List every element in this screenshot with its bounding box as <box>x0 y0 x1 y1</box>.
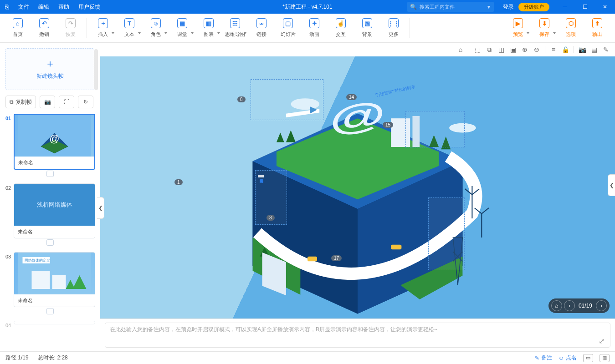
tool-redo[interactable]: ↷恢复 <box>57 14 84 42</box>
copy-frame-button[interactable]: ⧉复制帧 <box>5 96 36 108</box>
canvas-area: ⌂ ⬚ ⧉ ◫ ▣ ⊕ ⊖ ≡ 🔒 📷 ▤ ✎ <box>100 43 615 351</box>
marker[interactable]: 1 <box>174 179 183 185</box>
canvas-home-icon[interactable]: ⌂ <box>455 44 466 55</box>
tool-home[interactable]: ⌂首页 <box>5 14 31 42</box>
tool-more[interactable]: ⋮⋮更多 <box>380 14 407 42</box>
search-box[interactable]: 🔍 ▼ <box>407 2 494 12</box>
status-duration: 总时长: 2:28 <box>38 354 68 362</box>
lock-icon[interactable]: 🔒 <box>560 44 571 55</box>
tool-undo[interactable]: ↶撤销 <box>31 14 57 42</box>
window-title: *新建工程 - v4.7.101 <box>282 3 332 11</box>
timer-icon <box>46 171 54 177</box>
align-icon[interactable]: ≡ <box>548 44 559 55</box>
tool-preview[interactable]: ▶预览 <box>505 14 531 42</box>
search-input[interactable] <box>420 4 484 10</box>
canvas-paste-icon[interactable]: ▣ <box>507 44 518 55</box>
marker[interactable]: 8 <box>237 96 246 102</box>
snapshot-icon[interactable]: 📷 <box>577 44 588 55</box>
refresh-button[interactable]: ↻ <box>78 96 93 108</box>
layers-icon[interactable]: ▤ <box>589 44 600 55</box>
status-grid-icon[interactable]: ▥ <box>600 354 610 362</box>
menu-feedback[interactable]: 用户反馈 <box>74 0 105 14</box>
zoom-out-icon[interactable]: ⊖ <box>531 44 542 55</box>
thumb-03[interactable]: 03 网络媒体的定义 未命名 <box>5 252 95 316</box>
sidebar-collapse[interactable]: ❮ <box>97 197 104 219</box>
window-maximize[interactable]: ☐ <box>575 0 595 14</box>
window-close[interactable]: ✕ <box>595 0 615 14</box>
zoom-in-icon[interactable]: ⊕ <box>519 44 530 55</box>
frame-nav: ⌂ ‹ 01/19 › <box>548 298 610 313</box>
selection-box[interactable] <box>251 79 323 120</box>
tool-text[interactable]: T文本 <box>116 14 143 42</box>
canvas-fit-icon[interactable]: ⬚ <box>472 44 483 55</box>
tool-save[interactable]: ⬇保存 <box>531 14 558 42</box>
svg-line-40 <box>482 208 489 214</box>
tool-export[interactable]: ⬆输出 <box>584 14 610 42</box>
marker[interactable]: 3 <box>266 215 275 221</box>
svg-marker-25 <box>277 133 284 142</box>
tool-insert[interactable]: ＋插入 <box>90 14 116 42</box>
canvas-copy-icon[interactable]: ⧉ <box>484 44 495 55</box>
statusbar: 路径 1/19 总时长: 2:28 ✎备注 ☺点名 ▭ ▥ <box>0 351 615 364</box>
tool-slide[interactable]: ▢幻灯片 <box>275 14 301 42</box>
selection-box[interactable] <box>428 197 465 270</box>
svg-rect-10 <box>52 275 66 289</box>
tool-chart[interactable]: ▥图表 <box>195 14 222 42</box>
svg-text:@: @ <box>49 133 59 144</box>
tool-mindmap[interactable]: ☷思维导图 <box>222 14 248 42</box>
new-frame-label: 新建镜头帧 <box>36 72 64 80</box>
window-minimize[interactable]: ─ <box>555 0 575 14</box>
new-frame-button[interactable]: ＋ 新建镜头帧 <box>5 48 94 90</box>
login-link[interactable]: 登录 <box>498 3 518 11</box>
selection-box[interactable] <box>405 111 465 147</box>
status-screen-icon[interactable]: ▭ <box>583 354 593 362</box>
menu-edit[interactable]: 编辑 <box>34 0 54 14</box>
canvas-clip-icon[interactable]: ◫ <box>496 44 507 55</box>
thumb-04[interactable]: 04 <box>5 321 95 324</box>
refresh-icon: ↻ <box>83 99 88 105</box>
nav-count: 01/19 <box>577 303 594 309</box>
tool-class[interactable]: ▦课堂 <box>169 14 195 42</box>
tool-interact[interactable]: ☝交互 <box>328 14 354 42</box>
tool-link[interactable]: ∞链接 <box>248 14 275 42</box>
search-dropdown-icon[interactable]: ▼ <box>487 5 491 10</box>
svg-text:网络媒体的定义: 网络媒体的定义 <box>25 258 50 263</box>
status-note-link[interactable]: ✎备注 <box>535 354 552 362</box>
tool-role[interactable]: ☺角色 <box>143 14 169 42</box>
right-panel-expand[interactable]: ❮ <box>608 174 615 196</box>
titlebar: ⎘ 文件 编辑 帮助 用户反馈 *新建工程 - v4.7.101 🔍 ▼ 登录 … <box>0 0 615 14</box>
sidebar: ＋ 新建镜头帧 ⧉复制帧 📷 ⛶ ↻ 01 @ 未命名 02 浅析网络媒体 <box>0 43 100 351</box>
menu-file[interactable]: 文件 <box>14 0 34 14</box>
main-toolbar: ⌂首页 ↶撤销 ↷恢复 ＋插入 T文本 ☺角色 ▦课堂 ▥图表 ☷思维导图 ∞链… <box>0 14 615 43</box>
nav-prev-icon[interactable]: ‹ <box>564 300 575 311</box>
thumb-num: 04 <box>4 323 12 328</box>
marker[interactable]: 17 <box>331 255 342 261</box>
thumb-caption: 未命名 <box>15 157 94 169</box>
scan-button[interactable]: ⛶ <box>59 96 74 108</box>
tool-bg[interactable]: ▧背景 <box>354 14 380 42</box>
thumb-01[interactable]: 01 @ 未命名 <box>5 114 95 179</box>
plus-icon: ＋ <box>45 59 55 69</box>
marker[interactable]: 15 <box>383 122 393 128</box>
note-icon: ✎ <box>535 355 539 361</box>
tool-anim[interactable]: ✦动画 <box>301 14 328 42</box>
edit-icon[interactable]: ✎ <box>600 44 611 55</box>
upgrade-button[interactable]: 升级账户 <box>518 3 549 11</box>
thumb-02[interactable]: 02 浅析网络媒体 未命名 <box>5 183 95 248</box>
tool-options[interactable]: ⬡选项 <box>558 14 584 42</box>
notes-expand-icon[interactable]: ⤢ <box>599 337 607 345</box>
menu-help[interactable]: 帮助 <box>54 0 74 14</box>
marker[interactable]: 14 <box>346 94 357 100</box>
sidebar-scrollbar[interactable] <box>94 49 98 90</box>
canvas[interactable]: @ <box>100 56 615 318</box>
thumbs-list: 01 @ 未命名 02 浅析网络媒体 未命名 03 网络媒体的定义 <box>0 112 100 351</box>
app-icon: ⎘ <box>0 3 14 10</box>
nav-next-icon[interactable]: › <box>596 300 607 311</box>
status-roll-link[interactable]: ☺点名 <box>559 354 577 362</box>
camera-button[interactable]: 📷 <box>40 96 55 108</box>
selection-vlabel: 网络媒体的定义 <box>258 175 264 177</box>
copy-frame-label: 复制帧 <box>15 98 32 106</box>
notes-input[interactable] <box>105 323 610 348</box>
scan-icon: ⛶ <box>64 99 69 105</box>
nav-home-icon[interactable]: ⌂ <box>551 300 562 311</box>
